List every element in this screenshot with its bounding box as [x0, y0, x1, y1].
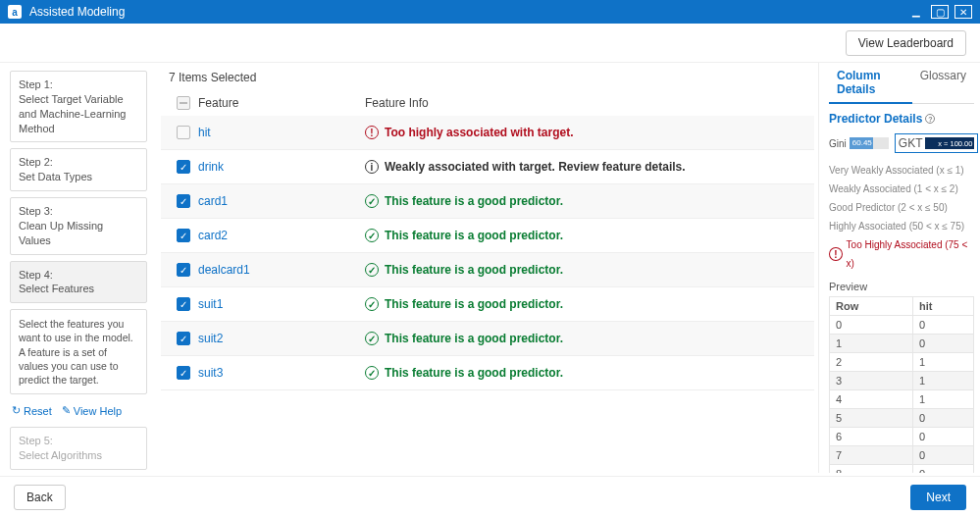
preview-row: 60 [830, 428, 974, 446]
back-button[interactable]: Back [14, 485, 66, 510]
feature-name-link[interactable]: drink [198, 160, 224, 174]
details-panel: Column Details Glossary Predictor Detail… [818, 63, 980, 473]
help-icon: ✎ [62, 404, 71, 417]
info-icon: i [365, 160, 379, 174]
window-title: Assisted Modeling [29, 5, 907, 19]
close-button[interactable]: ✕ [954, 5, 972, 19]
preview-row: 21 [830, 353, 974, 372]
feature-info: ✓This feature is a good predictor. [365, 366, 806, 380]
legend-very-weak: Very Weakly Associated (x ≤ 1) [829, 161, 974, 180]
select-all-checkbox[interactable] [177, 96, 190, 110]
feature-row: ✓card2✓This feature is a good predictor. [161, 219, 814, 253]
preview-row: 50 [830, 409, 974, 428]
check-icon: ✓ [365, 229, 379, 242]
feature-info-text: This feature is a good predictor. [385, 194, 563, 208]
preview-row-value: 0 [912, 409, 973, 428]
tab-column-details[interactable]: Column Details [829, 63, 912, 104]
check-icon: ✓ [365, 332, 379, 345]
feature-row: ✓suit2✓This feature is a good predictor. [161, 322, 814, 356]
feature-info: ✓This feature is a good predictor. [365, 332, 806, 345]
preview-header-row: Row [830, 297, 913, 316]
feature-row: ✓suit1✓This feature is a good predictor. [161, 287, 814, 322]
step-3-num: Step 3: [19, 204, 138, 219]
preview-row-value: 0 [912, 335, 973, 353]
gkt-value: x = 100.00 [925, 137, 974, 149]
preview-row: 31 [830, 372, 974, 390]
step-4-num: Step 4: [19, 268, 138, 283]
feature-checkbox[interactable]: ✓ [177, 263, 190, 277]
preview-row-value: 0 [912, 428, 973, 446]
preview-row-index: 3 [830, 372, 913, 390]
wizard-sidebar: Step 1: Select Target Variable and Machi… [0, 63, 157, 473]
feature-info-text: This feature is a good predictor. [385, 366, 563, 380]
step-2-num: Step 2: [19, 155, 138, 170]
reset-link[interactable]: ↻Reset [12, 404, 52, 417]
minimize-button[interactable]: ▁ [907, 5, 925, 19]
feature-name-link[interactable]: card2 [198, 229, 228, 242]
feature-name-link[interactable]: suit3 [198, 366, 223, 380]
gini-metric: Gini 60.45 [829, 137, 889, 149]
selection-count: 7 Items Selected [169, 71, 814, 84]
check-icon: ✓ [365, 194, 379, 208]
feature-info-text: Weakly associated with target. Review fe… [385, 160, 686, 174]
feature-info-text: This feature is a good predictor. [385, 263, 563, 277]
step-3-text: Clean Up Missing Values [19, 219, 138, 248]
feature-info-text: This feature is a good predictor. [385, 297, 563, 311]
preview-row-value: 0 [912, 446, 973, 465]
feature-row: hit!Too highly associated with target. [161, 116, 814, 150]
feature-checkbox[interactable]: ✓ [177, 160, 190, 174]
feature-checkbox[interactable]: ✓ [177, 194, 190, 208]
error-icon: ! [365, 126, 379, 139]
preview-row-value: 1 [912, 372, 973, 390]
feature-name-link[interactable]: suit1 [198, 297, 223, 311]
feature-name-link[interactable]: suit2 [198, 332, 223, 345]
check-icon: ✓ [365, 366, 379, 380]
step-2-text: Set Data Types [19, 170, 138, 184]
feature-info-text: This feature is a good predictor. [385, 332, 563, 345]
legend-good: Good Predictor (2 < x ≤ 50) [829, 198, 974, 217]
feature-info: !Too highly associated with target. [365, 126, 806, 139]
info-icon[interactable]: ? [925, 114, 935, 124]
top-bar: View Leaderboard [0, 24, 980, 63]
gini-label: Gini [829, 138, 847, 149]
preview-row-value: 1 [912, 353, 973, 372]
preview-row: 00 [830, 316, 974, 335]
step-1[interactable]: Step 1: Select Target Variable and Machi… [10, 71, 147, 142]
help-label: View Help [74, 405, 122, 417]
next-button[interactable]: Next [910, 485, 966, 510]
predictor-details-title: Predictor Details ? [829, 112, 974, 126]
preview-row: 10 [830, 335, 974, 353]
step-4-text: Select Features [19, 282, 138, 296]
preview-row-index: 5 [830, 409, 913, 428]
feature-checkbox[interactable]: ✓ [177, 229, 190, 242]
feature-name-link[interactable]: dealcard1 [198, 263, 250, 277]
step-4[interactable]: Step 4: Select Features [10, 261, 147, 304]
feature-name-link[interactable]: hit [198, 126, 211, 139]
tab-glossary[interactable]: Glossary [912, 63, 974, 103]
footer: Back Next [0, 476, 980, 517]
feature-checkbox[interactable]: ✓ [177, 297, 190, 311]
feature-checkbox[interactable] [177, 126, 190, 139]
step-5-text: Select Algorithms [19, 448, 138, 463]
step-1-text: Select Target Variable and Machine-Learn… [19, 92, 138, 136]
feature-name-link[interactable]: card1 [198, 194, 228, 208]
step-3[interactable]: Step 3: Clean Up Missing Values [10, 197, 147, 255]
preview-row-index: 1 [830, 335, 913, 353]
view-help-link[interactable]: ✎View Help [62, 404, 122, 417]
preview-row-value: 1 [912, 390, 973, 409]
legend-too-high: ! Too Highly Associated (75 < x) [829, 235, 974, 273]
feature-checkbox[interactable]: ✓ [177, 366, 190, 380]
view-leaderboard-button[interactable]: View Leaderboard [846, 30, 966, 56]
preview-row: 70 [830, 446, 974, 465]
legend-high: Highly Associated (50 < x ≤ 75) [829, 217, 974, 235]
step-2[interactable]: Step 2: Set Data Types [10, 148, 147, 191]
maximize-button[interactable]: ▢ [931, 5, 949, 19]
check-icon: ✓ [365, 263, 379, 277]
preview-row: 41 [830, 390, 974, 409]
preview-row-index: 0 [830, 316, 913, 335]
feature-panel: 7 Items Selected Feature Feature Info hi… [157, 63, 818, 473]
feature-info: ✓This feature is a good predictor. [365, 194, 806, 208]
feature-checkbox[interactable]: ✓ [177, 332, 190, 345]
preview-row-index: 2 [830, 353, 913, 372]
preview-row-index: 8 [830, 465, 913, 474]
